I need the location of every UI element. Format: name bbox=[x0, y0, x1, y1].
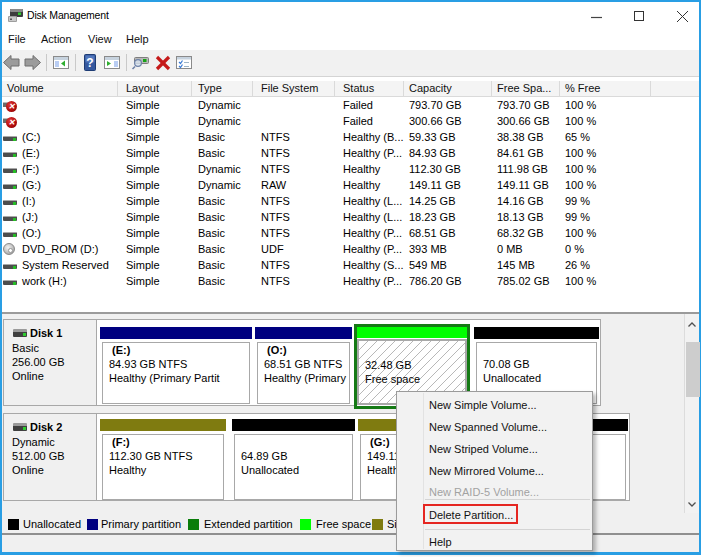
svg-text:?: ? bbox=[86, 56, 93, 70]
